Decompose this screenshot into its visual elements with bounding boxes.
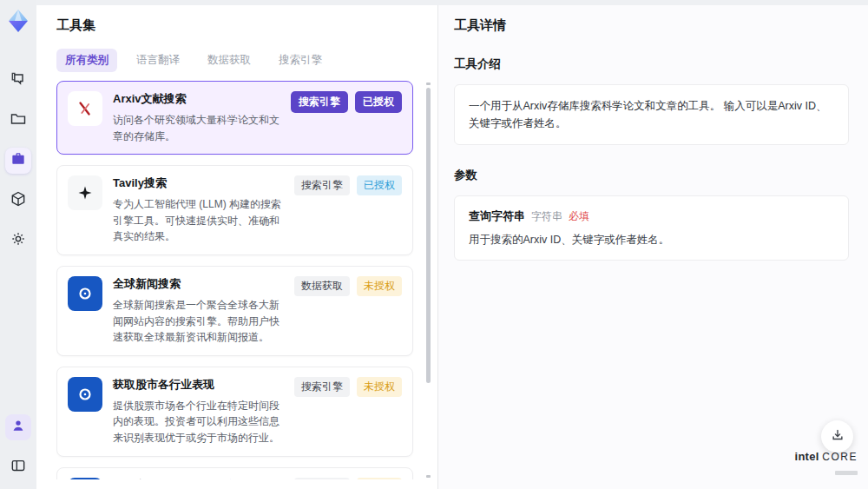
page-title: 工具集 xyxy=(56,17,437,34)
stock-icon xyxy=(68,478,102,479)
detail-panel-title: 工具详情 xyxy=(454,17,849,34)
scrollbar-up-arrow[interactable] xyxy=(426,83,431,85)
tab-language-translation[interactable]: 语言翻译 xyxy=(128,49,188,72)
tool-description: 访问各个研究领域大量科学论文和文章的存储库。 xyxy=(113,112,282,144)
sidebar-item-settings[interactable] xyxy=(5,228,31,254)
auth-status-badge: 已授权 xyxy=(355,91,402,113)
auth-status-badge: 未授权 xyxy=(357,276,402,296)
stock-icon xyxy=(68,377,102,412)
tool-card-sector-performance[interactable]: 获取股市各行业表现 提供股票市场各个行业在特定时间段内的表现。投资者可以利用这些… xyxy=(56,367,413,457)
tool-list: Arxiv文献搜索 访问各个研究领域大量科学论文和文章的存储库。 搜索引擎 已授… xyxy=(56,81,437,479)
intro-text: 一个用于从Arxiv存储库搜索科学论文和文章的工具。 输入可以是Arxiv ID… xyxy=(469,97,834,132)
sidebar-item-tools[interactable] xyxy=(5,148,31,174)
folder-icon xyxy=(10,110,27,131)
intel-wordmark: intel xyxy=(794,450,819,463)
arxiv-icon xyxy=(68,91,102,126)
user-icon xyxy=(10,417,27,438)
tool-name: Arxiv文献搜索 xyxy=(113,91,282,107)
params-heading: 参数 xyxy=(454,168,849,183)
chat-icon xyxy=(10,70,27,91)
sparkle-icon xyxy=(68,175,102,210)
tool-description: 专为人工智能代理 (LLM) 构建的搜索引擎工具。可快速提供实时、准确和真实的结… xyxy=(113,196,286,245)
sidebar-item-chat[interactable] xyxy=(5,68,31,94)
intel-core-logo: intel CORE xyxy=(794,450,858,479)
category-tabs: 所有类别 语言翻译 数据获取 搜索引擎 xyxy=(56,49,437,72)
tab-search-engine[interactable]: 搜索引擎 xyxy=(270,49,331,72)
list-scrollbar[interactable] xyxy=(425,83,431,478)
param-name: 查询字符串 xyxy=(469,208,525,224)
sidebar-item-files[interactable] xyxy=(5,108,31,134)
tool-list-panel: 工具集 所有类别 语言翻译 数据获取 搜索引擎 Arxiv文献搜索 访问各个研究… xyxy=(36,5,437,489)
param-description: 用于搜索的Arxiv ID、关键字或作者姓名。 xyxy=(469,233,834,248)
tool-card-global-news[interactable]: 全球新闻搜索 全球新闻搜索是一个聚合全球各大新闻网站内容的搜索引擎。帮助用户快速… xyxy=(56,266,413,356)
brand-sub-badge xyxy=(835,471,858,475)
category-badge: 搜索引擎 xyxy=(294,478,350,479)
tool-card-most-active-stocks[interactable]: 获取市场最活跃股票信息 提供当天交易量最高的股票列表。投资者可以利用这些信息来识… xyxy=(56,467,413,479)
toolbox-icon xyxy=(10,150,27,171)
tool-card-arxiv[interactable]: Arxiv文献搜索 访问各个研究领域大量科学论文和文章的存储库。 搜索引擎 已授… xyxy=(56,81,413,155)
category-badge: 搜索引擎 xyxy=(294,175,350,195)
auth-status-badge: 未授权 xyxy=(357,377,402,397)
cube-icon xyxy=(10,190,27,211)
category-badge: 搜索引擎 xyxy=(294,377,350,397)
tool-detail-panel: 工具详情 工具介绍 一个用于从Arxiv存储库搜索科学论文和文章的工具。 输入可… xyxy=(437,5,868,489)
tool-description: 提供股票市场各个行业在特定时间段内的表现。投资者可以利用这些信息来识别表现优于或… xyxy=(113,398,286,446)
core-wordmark: CORE xyxy=(822,451,858,463)
sidebar-item-models[interactable] xyxy=(5,188,31,214)
scrollbar-down-arrow[interactable] xyxy=(426,475,431,478)
tool-description: 全球新闻搜索是一个聚合全球各大新闻网站内容的搜索引擎。帮助用户快速获取全球最新资… xyxy=(113,297,286,346)
category-badge: 数据获取 xyxy=(294,276,350,296)
param-type: 字符串 xyxy=(531,209,562,224)
tool-name: 全球新闻搜索 xyxy=(113,276,286,292)
auth-status-badge: 未授权 xyxy=(357,478,402,479)
intro-box: 一个用于从Arxiv存储库搜索科学论文和文章的工具。 输入可以是Arxiv ID… xyxy=(454,84,849,145)
download-button[interactable] xyxy=(821,420,853,453)
category-badge: 搜索引擎 xyxy=(291,91,348,113)
tool-name: 获取股市各行业表现 xyxy=(113,377,286,393)
globe-news-icon xyxy=(68,276,102,311)
download-icon xyxy=(830,427,845,446)
app-logo xyxy=(4,7,32,35)
auth-status-badge: 已授权 xyxy=(357,175,402,195)
tab-all-categories[interactable]: 所有类别 xyxy=(56,49,117,72)
gear-icon xyxy=(10,230,27,251)
split-panel-icon xyxy=(10,457,27,478)
tab-data-fetch[interactable]: 数据获取 xyxy=(199,49,260,72)
param-required-badge: 必填 xyxy=(569,209,589,224)
tool-name: 获取市场最活跃股票信息 xyxy=(113,478,286,479)
sidebar-item-toggle-panel[interactable] xyxy=(5,454,31,480)
tool-card-tavily[interactable]: Tavily搜索 专为人工智能代理 (LLM) 构建的搜索引擎工具。可快速提供实… xyxy=(56,165,413,255)
scrollbar-thumb[interactable] xyxy=(426,88,431,383)
param-box: 查询字符串 字符串 必填 用于搜索的Arxiv ID、关键字或作者姓名。 xyxy=(454,195,849,261)
intro-heading: 工具介绍 xyxy=(454,56,849,72)
tool-name: Tavily搜索 xyxy=(113,175,286,191)
left-rail xyxy=(0,0,36,489)
sidebar-item-account[interactable] xyxy=(5,414,31,440)
